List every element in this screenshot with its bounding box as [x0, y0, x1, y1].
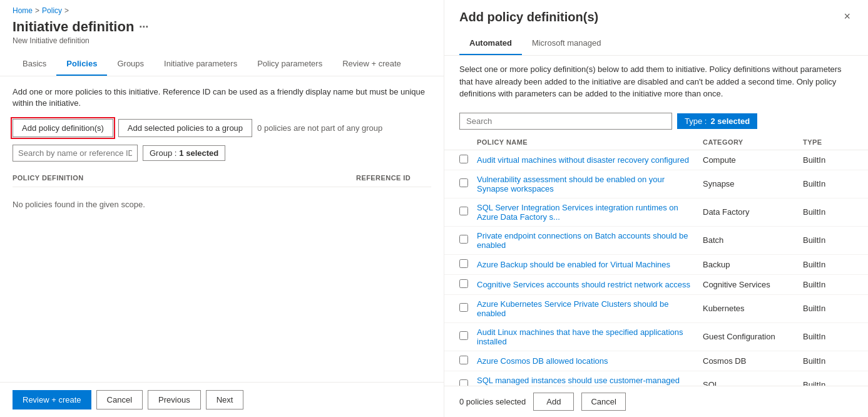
table-row[interactable]: Audit virtual machines without disaster … [444, 150, 868, 170]
policy-rows-container: Audit virtual machines without disaster … [444, 150, 868, 386]
policy-checkbox-5[interactable] [459, 279, 468, 288]
search-input-right[interactable] [459, 113, 672, 130]
table-row[interactable]: Azure Cosmos DB allowed locations Cosmos… [444, 351, 868, 371]
review-create-button[interactable]: Review + create [13, 390, 91, 409]
policy-category-cell: Data Factory [703, 207, 803, 217]
policy-name-cell: SQL Server Integration Services integrat… [477, 203, 703, 222]
policy-checkbox-4[interactable] [459, 259, 468, 268]
policy-checkbox-2[interactable] [459, 207, 468, 215]
right-bottom: 0 policies selected Add Cancel [444, 386, 868, 417]
tab-microsoft-managed[interactable]: Microsoft managed [522, 32, 611, 55]
add-button[interactable]: Add [533, 393, 574, 411]
table-row[interactable]: Audit Linux machines that have the speci… [444, 323, 868, 351]
table-row[interactable]: Cognitive Services accounts should restr… [444, 275, 868, 295]
policy-checkbox-0[interactable] [459, 155, 468, 163]
policy-checkbox-cell [459, 331, 477, 342]
policy-checkbox-cell [459, 259, 477, 270]
policy-category-cell: Cosmos DB [703, 356, 803, 366]
policy-checkbox-7[interactable] [459, 331, 468, 340]
page-title-more[interactable]: ··· [139, 21, 148, 34]
policy-checkbox-cell [459, 303, 477, 314]
table-header: POLICY DEFINITION REFERENCE ID [13, 169, 431, 187]
policy-name-cell: Audit virtual machines without disaster … [477, 155, 703, 165]
table-row[interactable]: Azure Kubernetes Service Private Cluster… [444, 295, 868, 323]
policy-category-cell: Batch [703, 235, 803, 245]
tab-automated[interactable]: Automated [459, 32, 522, 55]
breadcrumb-sep2: > [64, 6, 69, 15]
policy-type-cell: BuiltIn [803, 179, 853, 188]
policy-name-cell: SQL managed instances should use custome… [477, 376, 703, 386]
breadcrumb-policy[interactable]: Policy [42, 6, 62, 15]
nav-tabs: Basics Policies Groups Initiative parame… [0, 53, 444, 76]
table-row[interactable]: SQL Server Integration Services integrat… [444, 198, 868, 227]
add-to-group-button[interactable]: Add selected policies to a group [118, 119, 252, 137]
group-badge-label: Group : [150, 148, 176, 158]
policy-checkbox-cell [459, 178, 477, 189]
type-badge[interactable]: Type : 2 selected [677, 113, 757, 129]
policy-type-cell: BuiltIn [803, 235, 853, 245]
left-panel: Home > Policy > Initiative definition ··… [0, 0, 444, 417]
policy-checkbox-9[interactable] [459, 379, 468, 386]
type-label: Type : [685, 116, 707, 126]
policy-category-cell: Synapse [703, 179, 803, 188]
policy-type-cell: BuiltIn [803, 260, 853, 269]
bottom-bar: Review + create Cancel Previous Next [0, 382, 444, 417]
table-row[interactable]: Vulnerability assessment should be enabl… [444, 170, 868, 198]
empty-state: No policies found in the given scope. [13, 187, 431, 222]
page-title-container: Initiative definition ··· [0, 19, 444, 36]
policy-checkbox-1[interactable] [459, 178, 468, 187]
right-panel-title: Add policy definition(s) [459, 10, 598, 24]
right-panel: Add policy definition(s) × Automated Mic… [444, 0, 868, 417]
cancel-right-button[interactable]: Cancel [581, 393, 625, 411]
tab-initiative-params[interactable]: Initiative parameters [154, 53, 247, 76]
pth-category: CATEGORY [703, 138, 803, 146]
policy-category-cell: Compute [703, 155, 803, 165]
policy-name-cell: Private endpoint connections on Batch ac… [477, 231, 703, 250]
tab-policies[interactable]: Policies [56, 53, 107, 76]
table-row[interactable]: SQL managed instances should use custome… [444, 371, 868, 386]
tab-review-create[interactable]: Review + create [332, 53, 411, 76]
policy-checkbox-6[interactable] [459, 303, 468, 312]
policy-name-cell: Azure Cosmos DB allowed locations [477, 356, 703, 366]
search-input-left[interactable] [13, 145, 138, 162]
table-row[interactable]: Private endpoint connections on Batch ac… [444, 227, 868, 255]
policy-name-cell: Vulnerability assessment should be enabl… [477, 175, 703, 193]
policy-checkbox-cell [459, 356, 477, 366]
previous-button[interactable]: Previous [148, 390, 201, 409]
policy-name-cell: Azure Backup should be enabled for Virtu… [477, 260, 703, 269]
pth-check [459, 138, 477, 146]
policy-name-cell: Audit Linux machines that have the speci… [477, 327, 703, 346]
policy-type-cell: BuiltIn [803, 304, 853, 313]
policy-table-header: POLICY NAME CATEGORY TYPE [444, 135, 868, 150]
content-area: Add one or more policies to this initiat… [0, 76, 444, 382]
add-policy-definition-button[interactable]: Add policy definition(s) [13, 119, 113, 137]
policy-category-cell: SQL [703, 380, 803, 386]
next-button[interactable]: Next [206, 390, 244, 409]
page-title: Initiative definition [13, 19, 134, 35]
breadcrumb-home[interactable]: Home [13, 6, 33, 15]
close-button[interactable]: × [841, 10, 853, 23]
policy-category-cell: Guest Configuration [703, 332, 803, 341]
page-subtitle: New Initiative definition [0, 36, 444, 53]
policy-checkbox-3[interactable] [459, 235, 468, 244]
policy-checkbox-8[interactable] [459, 356, 468, 364]
policy-type-cell: BuiltIn [803, 380, 853, 386]
right-filter-bar: Type : 2 selected [444, 108, 868, 135]
toolbar: Add policy definition(s) Add selected po… [13, 119, 431, 137]
group-badge[interactable]: Group : 1 selected [143, 145, 225, 161]
cancel-button[interactable]: Cancel [96, 390, 143, 409]
instruction-text: Add one or more policies to this initiat… [13, 86, 431, 109]
policy-name-cell: Cognitive Services accounts should restr… [477, 280, 703, 289]
pth-type: TYPE [803, 138, 853, 146]
breadcrumb: Home > Policy > [0, 0, 444, 19]
th-reference-id: REFERENCE ID [356, 174, 431, 182]
policy-checkbox-cell [459, 235, 477, 245]
tab-policy-params[interactable]: Policy parameters [247, 53, 332, 76]
tab-groups[interactable]: Groups [107, 53, 154, 76]
policy-category-cell: Kubernetes [703, 304, 803, 313]
table-row[interactable]: Azure Backup should be enabled for Virtu… [444, 255, 868, 275]
selected-count: 0 policies selected [459, 397, 526, 406]
right-header: Add policy definition(s) × [444, 0, 868, 24]
policy-table: POLICY NAME CATEGORY TYPE Audit virtual … [444, 135, 868, 386]
tab-basics[interactable]: Basics [13, 53, 56, 76]
